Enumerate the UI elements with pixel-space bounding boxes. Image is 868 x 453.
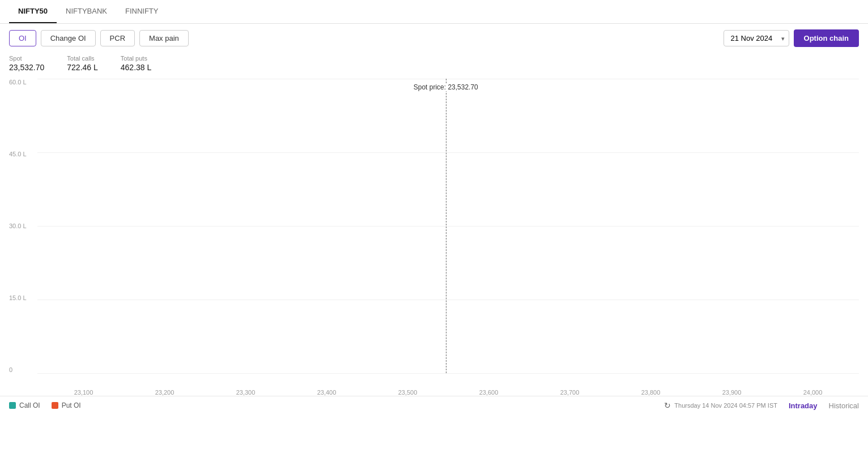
- put-oi-label: Put OI: [62, 401, 81, 409]
- x-label: 23,100: [74, 386, 93, 396]
- y-label-0: 0: [9, 366, 36, 373]
- y-label-30: 30.0 L: [9, 223, 36, 229]
- grid-line-0: [37, 373, 859, 374]
- x-label: 23,700: [560, 386, 580, 396]
- put-oi-dot: [52, 402, 58, 409]
- toolbar-right: 21 Nov 2024 Option chain: [724, 29, 859, 47]
- x-axis: 23,10023,20023,30023,40023,50023,60023,7…: [37, 386, 859, 396]
- legend-call-oi: Call OI: [9, 401, 40, 409]
- tab-finnifty[interactable]: FINNIFTY: [116, 0, 168, 23]
- refresh-time-text: Thursday 14 Nov 2024 04:57 PM IST: [674, 402, 777, 409]
- y-label-15: 15.0 L: [9, 294, 36, 301]
- y-axis: 60.0 L 45.0 L 30.0 L 15.0 L 0: [9, 79, 36, 373]
- legend: Call OI Put OI: [9, 401, 81, 409]
- total-calls-stat: Total calls 722.46 L: [67, 55, 98, 72]
- filter-buttons: OI Change OI PCR Max pain: [9, 30, 189, 46]
- y-label-45: 45.0 L: [9, 151, 36, 157]
- y-label-60: 60.0 L: [9, 79, 36, 86]
- pcr-button[interactable]: PCR: [100, 30, 135, 46]
- tabs-bar: NIFTY50 NIFTYBANK FINNIFTY: [0, 0, 868, 24]
- x-label: 23,500: [398, 386, 418, 396]
- historical-button[interactable]: Historical: [829, 401, 859, 410]
- bars-container: [37, 79, 859, 373]
- total-calls-value: 722.46 L: [67, 63, 98, 72]
- total-calls-label: Total calls: [67, 55, 98, 62]
- spot-value: 23,532.70: [9, 63, 44, 72]
- footer: Call OI Put OI ↻ Thursday 14 Nov 2024 04…: [0, 396, 868, 414]
- total-puts-value: 462.38 L: [121, 63, 152, 72]
- call-oi-dot: [9, 402, 16, 409]
- call-oi-label: Call OI: [19, 401, 40, 409]
- x-label: 23,900: [722, 386, 742, 396]
- spot-stat: Spot 23,532.70: [9, 55, 44, 72]
- x-label: 23,300: [236, 386, 256, 396]
- x-label: 23,800: [641, 386, 661, 396]
- x-label: 24,000: [803, 386, 823, 396]
- tab-niftybank[interactable]: NIFTYBANK: [57, 0, 116, 23]
- oi-button[interactable]: OI: [9, 30, 36, 46]
- footer-right: ↻ Thursday 14 Nov 2024 04:57 PM IST Intr…: [664, 401, 859, 410]
- spot-label: Spot: [9, 55, 44, 62]
- refresh-icon: ↻: [664, 401, 671, 410]
- max-pain-button[interactable]: Max pain: [139, 30, 189, 46]
- change-oi-button[interactable]: Change OI: [41, 30, 96, 46]
- toolbar: OI Change OI PCR Max pain 21 Nov 2024 Op…: [0, 24, 868, 53]
- intraday-button[interactable]: Intraday: [789, 401, 818, 410]
- total-puts-stat: Total puts 462.38 L: [121, 55, 152, 72]
- chart-inner: 60.0 L 45.0 L 30.0 L 15.0 L 0 Spot price…: [9, 79, 859, 396]
- date-wrapper: 21 Nov 2024: [724, 30, 789, 46]
- refresh-time: ↻ Thursday 14 Nov 2024 04:57 PM IST: [664, 401, 777, 410]
- legend-put-oi: Put OI: [52, 401, 81, 409]
- stats-row: Spot 23,532.70 Total calls 722.46 L Tota…: [0, 53, 868, 79]
- date-dropdown[interactable]: 21 Nov 2024: [724, 30, 789, 46]
- x-label: 23,600: [479, 386, 499, 396]
- x-label: 23,400: [317, 386, 337, 396]
- x-label: 23,200: [155, 386, 175, 396]
- chart-area: 60.0 L 45.0 L 30.0 L 15.0 L 0 Spot price…: [0, 79, 868, 396]
- option-chain-button[interactable]: Option chain: [794, 29, 859, 47]
- total-puts-label: Total puts: [121, 55, 152, 62]
- tab-nifty50[interactable]: NIFTY50: [9, 0, 57, 23]
